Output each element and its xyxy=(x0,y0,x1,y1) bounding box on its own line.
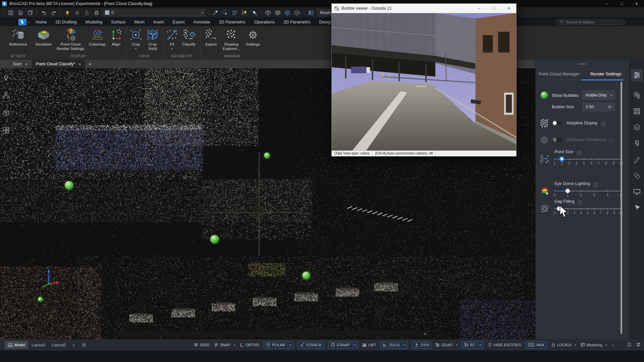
bubble-marker[interactable] xyxy=(210,235,219,244)
bubble-size-input[interactable]: 0.50 m xyxy=(582,103,615,111)
application-menu-chevron-icon[interactable]: ▾ xyxy=(28,21,29,24)
close-button[interactable]: ✕ xyxy=(629,0,644,7)
bulb-dots-icon[interactable] xyxy=(241,9,248,16)
render-panel-icon[interactable] xyxy=(2,74,10,82)
ribbon-tab-2d-drafting[interactable]: 2D Drafting xyxy=(51,18,81,26)
chevron-down-icon[interactable]: ▾ xyxy=(171,47,173,50)
status-toggle-rt[interactable]: RT▾ xyxy=(462,342,483,349)
settings-sliders-icon[interactable] xyxy=(631,69,643,81)
bubble-viewer-window[interactable]: Bubble viewer - Outside 21 ─ □ ✕ xyxy=(331,3,517,157)
close-icon[interactable]: ✕ xyxy=(78,62,81,66)
tab-render-settings[interactable]: Render Settings xyxy=(583,68,630,79)
ribbon-tab-home[interactable]: Home xyxy=(31,18,51,26)
bubble-viewer-title-bar[interactable]: Bubble viewer - Outside 21 ─ □ ✕ xyxy=(332,4,516,13)
ribbon-button-deviation[interactable]: Deviation xyxy=(33,26,54,47)
application-button[interactable] xyxy=(18,19,26,25)
notifications-bell-icon[interactable] xyxy=(627,342,632,348)
slider-eye-dome-lighting[interactable] xyxy=(554,189,621,193)
cursor-box-icon[interactable] xyxy=(221,9,229,16)
ribbon-tab-annotate[interactable]: Annotate xyxy=(189,18,214,26)
slider-point-size[interactable] xyxy=(554,157,621,162)
show-bubbles-dropdown[interactable]: Visible Only ▾ xyxy=(582,90,615,100)
attachment-icon[interactable] xyxy=(631,137,643,149)
ribbon-button-reference[interactable]: Reference xyxy=(7,26,29,47)
ribbon-button-crop[interactable]: Crop▾ xyxy=(128,26,144,50)
model-panel-icon[interactable] xyxy=(2,109,10,117)
document-tab-start[interactable]: Start✕ xyxy=(9,60,32,68)
bubble-marker[interactable] xyxy=(38,297,43,302)
layout-panel-icon[interactable] xyxy=(2,126,10,135)
bubble-photo[interactable] xyxy=(332,13,516,151)
info-icon[interactable]: i xyxy=(593,183,598,187)
pipette-icon[interactable] xyxy=(212,9,219,16)
status-toggle-ortho[interactable]: ORTHO xyxy=(239,343,259,348)
cursor-dots-icon[interactable] xyxy=(251,9,258,16)
document-tabs-handle[interactable]: ⋮⋮ xyxy=(0,62,9,66)
printer-icon[interactable] xyxy=(93,9,100,16)
open-icon[interactable] xyxy=(17,9,24,16)
status-toggle-polar[interactable]: POLAR▾ xyxy=(264,342,293,349)
info-icon[interactable]: i xyxy=(601,122,606,126)
ribbon-button-align[interactable]: Align xyxy=(108,26,124,47)
chevron-down-icon[interactable]: ▾ xyxy=(402,344,406,347)
ribbon-button-drawing-explorer[interactable]: Drawing Explorer... xyxy=(220,26,243,51)
minimize-button[interactable]: ─ xyxy=(600,0,614,7)
ribbon-tab-2d-parametric[interactable]: 2D Parametric xyxy=(214,18,250,26)
cube-shaded-icon[interactable] xyxy=(274,9,281,16)
dots-grid-icon[interactable] xyxy=(231,9,238,16)
layout-tab-layout2[interactable]: Layout2 xyxy=(49,341,69,349)
status-toggle-ducs[interactable]: DUCS▾ xyxy=(380,342,408,349)
ribbon-button-settings[interactable]: Settings xyxy=(243,26,263,47)
brightness-icon[interactable] xyxy=(73,9,81,16)
display-icon[interactable] xyxy=(631,186,643,198)
status-toggle-hka[interactable]: CTRLHKA xyxy=(526,342,547,349)
undo-icon[interactable] xyxy=(40,9,48,16)
ribbon-button-point-cloud-render-settings[interactable]: Point Cloud Render Settings xyxy=(54,26,87,51)
ribbon-button-classify[interactable]: Classify xyxy=(179,26,199,47)
ribbon-tab-3d-parametric[interactable]: 3D Parametric xyxy=(279,18,315,26)
maximize-button[interactable]: □ xyxy=(614,0,629,7)
status-toggle-snap[interactable]: SNAP▾ xyxy=(214,343,235,348)
info-icon[interactable]: i xyxy=(578,200,582,205)
layout-tab-layout1[interactable]: Layout1 xyxy=(28,341,49,349)
toggle-adaptive-display[interactable] xyxy=(552,120,563,126)
pen-icon[interactable] xyxy=(631,154,643,166)
bulb-on-icon[interactable] xyxy=(64,9,71,16)
chevron-down-icon[interactable]: ▾ xyxy=(573,344,576,347)
cube-hidden-icon[interactable] xyxy=(284,9,291,16)
document-tab-point-cloud-classify[interactable]: Point Cloud Classify*✕ xyxy=(32,60,85,68)
prev-button[interactable]: ‹ xyxy=(611,343,614,348)
cube-wire-icon[interactable] xyxy=(264,9,272,16)
ribbon-button-export[interactable]: Export xyxy=(202,26,220,47)
sheet-icon[interactable] xyxy=(26,9,34,16)
command-strip[interactable]: ▲ xyxy=(117,330,429,337)
qat-handle[interactable]: ⋮ xyxy=(1,10,5,16)
chevron-down-icon[interactable]: ▾ xyxy=(287,344,291,347)
layout-list-button[interactable] xyxy=(78,341,90,349)
status-toggle-lwt[interactable]: LWT xyxy=(362,343,376,348)
status-toggle-esnap[interactable]: ESNAP▾ xyxy=(328,342,358,349)
ribbon-tab-operations[interactable]: Operations xyxy=(250,18,279,26)
layers-icon[interactable] xyxy=(631,121,643,133)
bubble-marker[interactable] xyxy=(264,153,270,159)
lock-g-icon[interactable] xyxy=(83,9,91,16)
bubble-maximize-button[interactable]: □ xyxy=(487,4,501,13)
panel-scrollbar[interactable] xyxy=(621,82,622,334)
chevron-down-icon[interactable]: ▾ xyxy=(232,344,235,347)
close-icon[interactable]: ✕ xyxy=(25,62,28,66)
ribbon-tab-modeling[interactable]: Modeling xyxy=(81,18,107,26)
ribbon-tab-export[interactable]: Export xyxy=(168,18,189,26)
chevron-down-icon[interactable]: ▾ xyxy=(454,344,458,347)
chevron-down-icon[interactable]: ▾ xyxy=(478,344,481,347)
view-settings-icon[interactable] xyxy=(307,9,315,16)
chevron-down-icon[interactable]: ▾ xyxy=(604,344,607,347)
status-toggle-dyn[interactable]: DYN xyxy=(412,342,431,349)
add-layout-button[interactable]: + xyxy=(69,341,78,349)
panel-handle[interactable]: ●●●● xyxy=(536,62,629,65)
status-toggle-modeling[interactable]: Modeling▾ xyxy=(581,343,607,348)
status-toggle-hide-entities[interactable]: HIDE ENTITIES xyxy=(488,343,521,348)
bubble-marker[interactable] xyxy=(65,181,73,190)
structure-panel-icon[interactable] xyxy=(2,91,10,100)
slider-thumb[interactable] xyxy=(559,156,565,162)
redo-icon[interactable] xyxy=(50,9,57,16)
